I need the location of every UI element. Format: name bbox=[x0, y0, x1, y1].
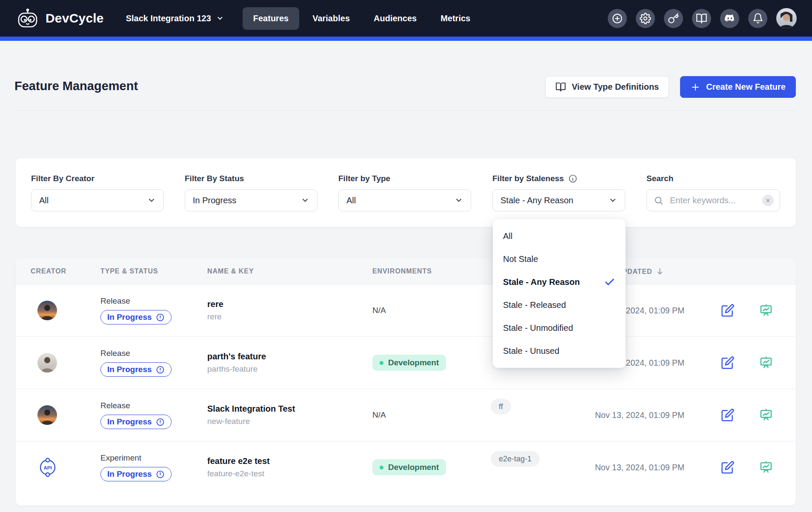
check-icon bbox=[604, 276, 615, 288]
page-header-actions: View Type Definitions Create New Feature bbox=[545, 76, 796, 98]
alert-circle-icon bbox=[156, 313, 165, 322]
feature-key: parths-feature bbox=[207, 364, 266, 374]
table-row[interactable]: API Experiment In Progress feature e2e t… bbox=[16, 441, 796, 493]
feature-key: new-feature bbox=[207, 417, 295, 426]
filter-type-select[interactable]: All bbox=[338, 189, 471, 211]
view-type-definitions-button[interactable]: View Type Definitions bbox=[545, 76, 669, 98]
creator-avatar bbox=[37, 353, 57, 373]
discord-button[interactable] bbox=[720, 9, 739, 28]
devcycle-logo[interactable]: DevCycle bbox=[15, 8, 104, 29]
table-row[interactable]: Release In Progress parth's feature part… bbox=[16, 336, 796, 389]
updated-date: Nov 13, 2024, 01:09 PM bbox=[595, 463, 684, 472]
feature-type: Release bbox=[100, 401, 172, 410]
edit-feature-button[interactable] bbox=[721, 408, 735, 422]
tags-cell: e2e-tag-1 bbox=[491, 451, 540, 467]
feature-metrics-button[interactable] bbox=[759, 304, 773, 317]
settings-button[interactable] bbox=[636, 9, 655, 28]
search-box bbox=[646, 189, 780, 211]
project-switcher[interactable]: Slack Integration 123 bbox=[126, 14, 224, 23]
tag-pill: ff bbox=[491, 399, 511, 415]
book-icon bbox=[555, 82, 566, 92]
filter-type: Filter by Type All bbox=[338, 174, 471, 211]
api-keys-button[interactable] bbox=[664, 9, 683, 28]
feature-metrics-button[interactable] bbox=[759, 461, 773, 474]
feature-name[interactable]: rere bbox=[207, 299, 223, 309]
chevron-down-icon bbox=[609, 196, 617, 205]
creator-avatar bbox=[37, 405, 57, 425]
chevron-down-icon bbox=[216, 14, 224, 22]
staleness-option-all[interactable]: All bbox=[493, 225, 626, 247]
feature-type: Release bbox=[100, 349, 172, 358]
edit-feature-button[interactable] bbox=[721, 356, 735, 370]
feature-type: Release bbox=[100, 296, 172, 306]
chevron-down-icon bbox=[147, 196, 156, 205]
column-header-type-status: TYPE & STATUS bbox=[100, 267, 158, 275]
notifications-button[interactable] bbox=[748, 9, 767, 28]
filter-staleness-select[interactable]: Stale - Any Reason bbox=[492, 189, 625, 211]
column-header-environments: ENVIRONMENTS bbox=[372, 267, 432, 275]
filter-status-select[interactable]: In Progress bbox=[185, 189, 317, 211]
feature-metrics-button[interactable] bbox=[759, 408, 773, 422]
type-status-cell: Release In Progress bbox=[100, 296, 172, 324]
chevron-down-icon bbox=[455, 196, 463, 205]
api-creator-icon: API bbox=[37, 457, 58, 478]
tab-variables[interactable]: Variables bbox=[302, 7, 360, 30]
filter-status-label: Filter By Status bbox=[185, 174, 317, 184]
documentation-button[interactable] bbox=[692, 9, 711, 28]
status-badge[interactable]: In Progress bbox=[100, 310, 172, 324]
staleness-option-stale-unused[interactable]: Stale - Unused bbox=[493, 339, 626, 362]
features-table: CREATOR TYPE & STATUS NAME & KEY ENVIRON… bbox=[16, 259, 796, 506]
search-input[interactable] bbox=[669, 195, 757, 206]
feature-name[interactable]: parth's feature bbox=[207, 352, 266, 361]
staleness-option-stale-unmodified[interactable]: Stale - Unmodified bbox=[493, 316, 626, 339]
environments-cell: Development bbox=[372, 459, 446, 475]
filter-creator-select[interactable]: All bbox=[31, 189, 164, 211]
edit-feature-button[interactable] bbox=[721, 461, 735, 474]
filter-search: Search bbox=[646, 174, 780, 211]
feature-type: Experiment bbox=[100, 453, 172, 463]
staleness-option-stale-released[interactable]: Stale - Released bbox=[493, 293, 626, 316]
edit-feature-button[interactable] bbox=[721, 304, 735, 317]
info-icon[interactable] bbox=[568, 174, 578, 183]
tab-features[interactable]: Features bbox=[243, 7, 299, 30]
feature-name[interactable]: Slack Integration Test bbox=[207, 404, 295, 414]
create-new-feature-button[interactable]: Create New Feature bbox=[680, 76, 796, 98]
environment-dot bbox=[380, 466, 383, 469]
name-key-cell: feature e2e test feature-e2e-test bbox=[207, 456, 270, 478]
staleness-option-not-stale[interactable]: Not Stale bbox=[493, 247, 626, 270]
alert-circle-icon bbox=[156, 470, 165, 479]
status-badge[interactable]: In Progress bbox=[100, 415, 172, 429]
tab-metrics[interactable]: Metrics bbox=[430, 7, 481, 30]
filter-staleness-label: Filter by Staleness bbox=[492, 174, 564, 183]
clear-search-button[interactable] bbox=[762, 195, 774, 206]
search-icon bbox=[654, 196, 663, 205]
tags-cell: ff bbox=[491, 399, 511, 415]
feature-key: rere bbox=[207, 312, 223, 321]
staleness-option-stale-any-reason[interactable]: Stale - Any Reason bbox=[493, 270, 626, 293]
filter-type-label: Filter by Type bbox=[338, 174, 471, 184]
feature-metrics-button[interactable] bbox=[759, 356, 773, 370]
table-row[interactable]: Release In Progress Slack Integration Te… bbox=[16, 389, 796, 441]
creator-avatar bbox=[37, 301, 57, 320]
status-badge[interactable]: In Progress bbox=[100, 467, 172, 481]
plus-icon bbox=[690, 82, 700, 92]
primary-nav: Features Variables Audiences Metrics bbox=[243, 7, 481, 30]
table-row[interactable]: Release In Progress rere rere N/A Nov 13… bbox=[16, 284, 796, 336]
discord-icon bbox=[724, 12, 736, 24]
environments-cell: N/A bbox=[372, 306, 386, 315]
chevron-down-icon bbox=[301, 196, 309, 205]
brand-name: DevCycle bbox=[46, 11, 104, 26]
tab-audiences[interactable]: Audiences bbox=[363, 7, 427, 30]
status-badge[interactable]: In Progress bbox=[100, 362, 172, 377]
navbar-utilities bbox=[608, 8, 797, 28]
feature-name[interactable]: feature e2e test bbox=[207, 456, 270, 466]
bell-icon bbox=[752, 13, 763, 24]
create-new-button[interactable] bbox=[608, 9, 627, 28]
search-label: Search bbox=[646, 174, 780, 184]
page-title: Feature Management bbox=[14, 79, 138, 93]
user-avatar[interactable] bbox=[776, 8, 797, 28]
svg-text:API: API bbox=[43, 465, 51, 470]
column-header-name-key: NAME & KEY bbox=[207, 267, 254, 275]
alert-circle-icon bbox=[156, 418, 165, 427]
filter-creator-value: All bbox=[39, 196, 49, 205]
